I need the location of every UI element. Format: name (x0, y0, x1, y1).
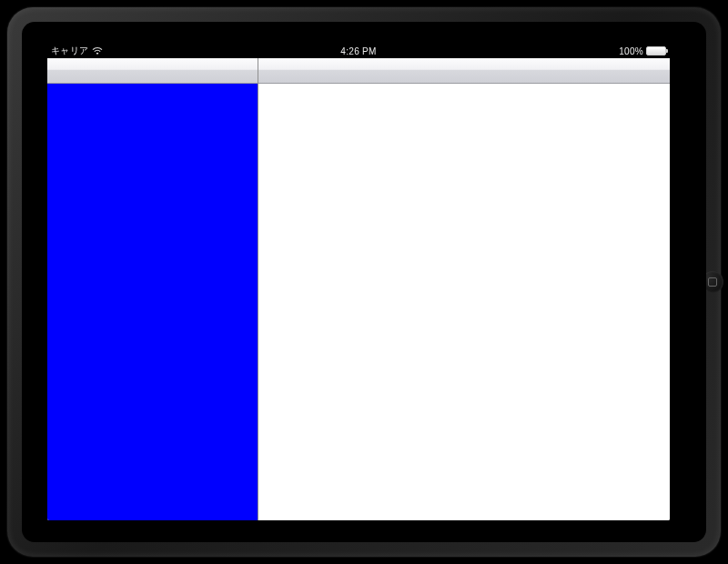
battery-percent: 100% (619, 46, 643, 56)
status-right: 100% (619, 46, 666, 56)
detail-pane (258, 58, 670, 520)
battery-icon (646, 46, 666, 55)
status-time: 4:26 PM (340, 46, 376, 56)
split-view (47, 58, 670, 520)
ipad-frame: キャリア 4:26 PM 100% (7, 7, 721, 557)
screen: キャリア 4:26 PM 100% (47, 44, 670, 520)
master-content[interactable] (47, 84, 258, 520)
wifi-icon (92, 46, 103, 55)
status-left: キャリア (51, 45, 103, 57)
status-bar: キャリア 4:26 PM 100% (47, 44, 670, 58)
master-pane (47, 58, 258, 520)
carrier-label: キャリア (51, 45, 88, 57)
device-inner: キャリア 4:26 PM 100% (22, 22, 706, 542)
detail-nav-bar (258, 58, 670, 84)
detail-content[interactable] (258, 84, 670, 520)
master-nav-bar (47, 58, 258, 84)
